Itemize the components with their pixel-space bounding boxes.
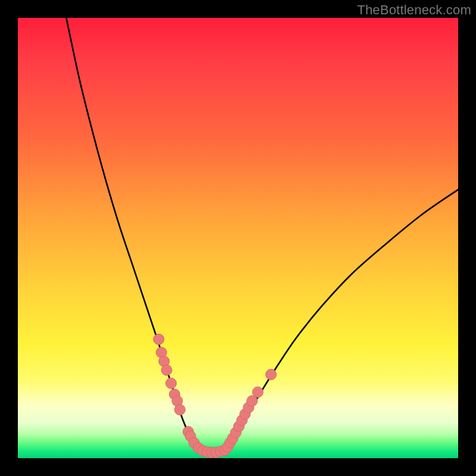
curve-marker xyxy=(161,365,172,375)
curve-marker xyxy=(266,369,277,380)
watermark-text: TheBottleneck.com xyxy=(357,2,471,18)
curve-marker xyxy=(166,378,177,389)
plot-area xyxy=(18,18,458,458)
chart-frame: TheBottleneck.com xyxy=(0,0,476,476)
curve-marker xyxy=(252,387,263,397)
curve-svg xyxy=(18,18,458,458)
curve-marker xyxy=(174,405,185,415)
marker-layer xyxy=(154,334,277,458)
curve-marker xyxy=(154,334,164,345)
bottleneck-curve xyxy=(66,18,458,453)
